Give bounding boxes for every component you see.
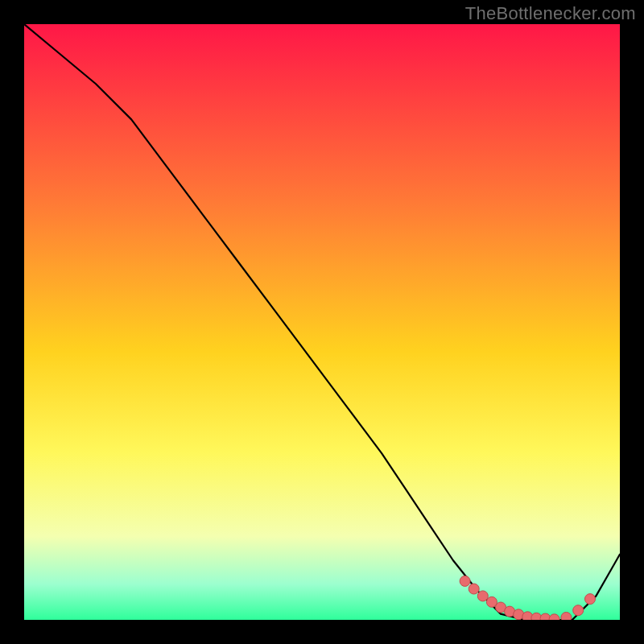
marker-point: [573, 605, 584, 616]
chart-plot-area: [24, 24, 620, 620]
chart-frame: TheBottlenecker.com: [0, 0, 644, 644]
chart-svg: [24, 24, 620, 620]
gradient-background: [24, 24, 620, 620]
marker-point: [561, 613, 572, 621]
watermark-text: TheBottlenecker.com: [465, 3, 636, 24]
marker-point: [477, 591, 488, 601]
marker-point: [469, 584, 479, 594]
marker-point: [460, 576, 470, 586]
marker-point: [585, 594, 596, 605]
